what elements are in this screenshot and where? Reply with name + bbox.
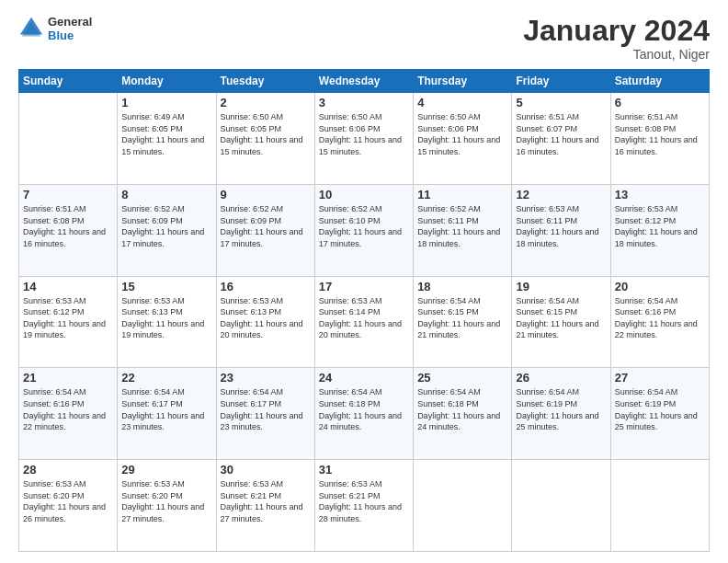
day-number: 12 [516,188,606,201]
day-info: Sunrise: 6:54 AMSunset: 6:15 PMDaylight:… [516,295,606,341]
table-row: 31Sunrise: 6:53 AMSunset: 6:21 PMDayligh… [314,460,413,552]
day-number: 11 [417,188,507,201]
day-number: 27 [615,371,705,385]
header-wednesday: Wednesday [314,70,413,93]
day-info: Sunrise: 6:53 AMSunset: 6:11 PMDaylight:… [516,203,606,249]
header-saturday: Saturday [610,70,709,93]
day-info: Sunrise: 6:53 AMSunset: 6:20 PMDaylight:… [121,478,211,524]
day-info: Sunrise: 6:53 AMSunset: 6:14 PMDaylight:… [319,295,409,341]
day-number: 18 [417,280,507,293]
day-info: Sunrise: 6:52 AMSunset: 6:11 PMDaylight:… [417,203,507,249]
day-number: 14 [23,280,113,293]
table-row: 9Sunrise: 6:52 AMSunset: 6:09 PMDaylight… [216,184,314,276]
day-number: 7 [23,188,113,201]
table-row [610,460,709,552]
table-row: 20Sunrise: 6:54 AMSunset: 6:16 PMDayligh… [610,276,709,368]
day-number: 24 [319,371,409,385]
day-number: 19 [516,280,606,293]
day-number: 30 [221,463,311,477]
calendar-week-row: 28Sunrise: 6:53 AMSunset: 6:20 PMDayligh… [19,460,710,552]
day-info: Sunrise: 6:54 AMSunset: 6:18 PMDaylight:… [417,386,507,432]
table-row: 15Sunrise: 6:53 AMSunset: 6:13 PMDayligh… [118,276,216,368]
table-row: 2Sunrise: 6:50 AMSunset: 6:05 PMDaylight… [216,93,314,185]
logo-icon [18,16,44,41]
day-number: 13 [615,188,705,201]
table-row: 26Sunrise: 6:54 AMSunset: 6:19 PMDayligh… [512,368,610,460]
calendar-week-row: 7Sunrise: 6:51 AMSunset: 6:08 PMDaylight… [19,184,710,276]
table-row: 12Sunrise: 6:53 AMSunset: 6:11 PMDayligh… [512,184,610,276]
table-row [414,460,512,552]
page: General Blue January 2024 Tanout, Niger … [0,0,728,563]
logo-blue: Blue [48,29,92,42]
table-row: 23Sunrise: 6:54 AMSunset: 6:17 PMDayligh… [216,368,314,460]
day-number: 10 [319,188,409,201]
logo: General Blue [18,15,92,42]
day-number: 21 [23,371,113,385]
table-row: 8Sunrise: 6:52 AMSunset: 6:09 PMDaylight… [118,184,216,276]
day-number: 4 [417,96,507,109]
table-row: 22Sunrise: 6:54 AMSunset: 6:17 PMDayligh… [118,368,216,460]
title-block: January 2024 Tanout, Niger [523,15,710,62]
table-row: 1Sunrise: 6:49 AMSunset: 6:05 PMDaylight… [118,93,216,185]
day-number: 28 [23,463,113,477]
day-info: Sunrise: 6:54 AMSunset: 6:15 PMDaylight:… [417,295,507,341]
day-number: 5 [516,96,606,109]
day-info: Sunrise: 6:50 AMSunset: 6:06 PMDaylight:… [417,111,507,157]
day-info: Sunrise: 6:53 AMSunset: 6:20 PMDaylight:… [23,478,113,524]
day-info: Sunrise: 6:52 AMSunset: 6:09 PMDaylight:… [121,203,211,249]
day-number: 22 [121,371,211,385]
day-number: 25 [417,371,507,385]
day-info: Sunrise: 6:54 AMSunset: 6:16 PMDaylight:… [23,386,113,432]
header: General Blue January 2024 Tanout, Niger [18,15,710,62]
day-info: Sunrise: 6:50 AMSunset: 6:05 PMDaylight:… [221,111,311,157]
calendar-week-row: 21Sunrise: 6:54 AMSunset: 6:16 PMDayligh… [19,368,710,460]
table-row: 17Sunrise: 6:53 AMSunset: 6:14 PMDayligh… [314,276,413,368]
day-info: Sunrise: 6:52 AMSunset: 6:10 PMDaylight:… [319,203,409,249]
header-thursday: Thursday [414,70,512,93]
day-number: 17 [319,280,409,293]
table-row: 4Sunrise: 6:50 AMSunset: 6:06 PMDaylight… [414,93,512,185]
header-friday: Friday [512,70,610,93]
day-info: Sunrise: 6:54 AMSunset: 6:19 PMDaylight:… [516,386,606,432]
table-row: 30Sunrise: 6:53 AMSunset: 6:21 PMDayligh… [216,460,314,552]
day-info: Sunrise: 6:53 AMSunset: 6:13 PMDaylight:… [121,295,211,341]
calendar-week-row: 14Sunrise: 6:53 AMSunset: 6:12 PMDayligh… [19,276,710,368]
day-info: Sunrise: 6:50 AMSunset: 6:06 PMDaylight:… [319,111,409,157]
table-row: 11Sunrise: 6:52 AMSunset: 6:11 PMDayligh… [414,184,512,276]
day-info: Sunrise: 6:54 AMSunset: 6:17 PMDaylight:… [221,386,311,432]
calendar-subtitle: Tanout, Niger [523,47,710,62]
day-info: Sunrise: 6:53 AMSunset: 6:21 PMDaylight:… [221,478,311,524]
logo-general: General [48,15,92,29]
day-number: 3 [319,96,409,109]
day-info: Sunrise: 6:54 AMSunset: 6:18 PMDaylight:… [319,386,409,432]
day-info: Sunrise: 6:54 AMSunset: 6:19 PMDaylight:… [615,386,705,432]
day-info: Sunrise: 6:49 AMSunset: 6:05 PMDaylight:… [121,111,211,157]
day-info: Sunrise: 6:53 AMSunset: 6:21 PMDaylight:… [319,478,409,524]
day-info: Sunrise: 6:54 AMSunset: 6:17 PMDaylight:… [121,386,211,432]
day-info: Sunrise: 6:51 AMSunset: 6:07 PMDaylight:… [516,111,606,157]
day-info: Sunrise: 6:53 AMSunset: 6:13 PMDaylight:… [221,295,311,341]
day-number: 20 [615,280,705,293]
day-number: 9 [221,188,311,201]
table-row: 18Sunrise: 6:54 AMSunset: 6:15 PMDayligh… [414,276,512,368]
day-number: 1 [121,96,211,109]
table-row: 5Sunrise: 6:51 AMSunset: 6:07 PMDaylight… [512,93,610,185]
header-monday: Monday [118,70,216,93]
day-info: Sunrise: 6:53 AMSunset: 6:12 PMDaylight:… [615,203,705,249]
day-number: 6 [615,96,705,109]
table-row: 14Sunrise: 6:53 AMSunset: 6:12 PMDayligh… [19,276,118,368]
table-row: 28Sunrise: 6:53 AMSunset: 6:20 PMDayligh… [19,460,118,552]
day-info: Sunrise: 6:51 AMSunset: 6:08 PMDaylight:… [23,203,113,249]
table-row: 6Sunrise: 6:51 AMSunset: 6:08 PMDaylight… [610,93,709,185]
calendar-week-row: 1Sunrise: 6:49 AMSunset: 6:05 PMDaylight… [19,93,710,185]
day-number: 29 [121,463,211,477]
table-row [19,93,118,185]
day-number: 26 [516,371,606,385]
calendar-title: January 2024 [523,15,710,47]
day-info: Sunrise: 6:51 AMSunset: 6:08 PMDaylight:… [615,111,705,157]
header-sunday: Sunday [19,70,118,93]
logo-text: General Blue [48,15,92,42]
table-row [512,460,610,552]
table-row: 24Sunrise: 6:54 AMSunset: 6:18 PMDayligh… [314,368,413,460]
table-row: 3Sunrise: 6:50 AMSunset: 6:06 PMDaylight… [314,93,413,185]
